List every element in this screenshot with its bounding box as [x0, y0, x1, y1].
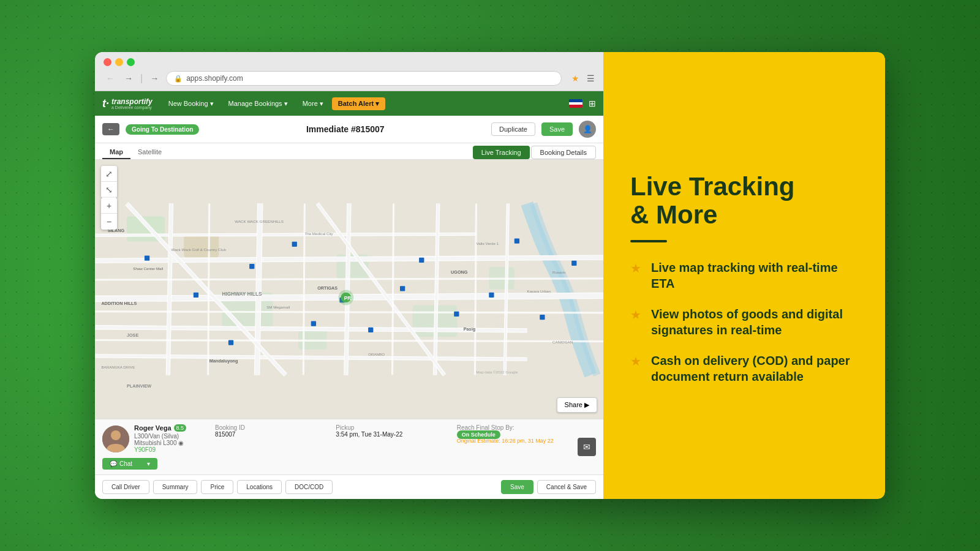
reload-button[interactable]: →: [148, 72, 161, 84]
logo-letter: t·: [102, 97, 109, 110]
user-avatar: 👤: [579, 121, 596, 138]
new-booking-btn[interactable]: New Booking ▾: [162, 97, 220, 110]
camera-icon[interactable]: ⊞: [589, 99, 596, 108]
panel-title: Live Tracking& More: [630, 173, 858, 229]
chat-chevron: ▾: [147, 460, 150, 467]
svg-text:HIGHWAY HILLS: HIGHWAY HILLS: [222, 291, 262, 297]
svg-text:Valle Verde 1: Valle Verde 1: [477, 241, 499, 246]
booking-id-value: 815007: [215, 431, 328, 438]
svg-rect-6: [184, 235, 219, 257]
forward-button[interactable]: →: [122, 72, 135, 84]
manage-bookings-btn[interactable]: Manage Bookings ▾: [222, 97, 294, 110]
info-panel: Live Tracking& More ★ Live map tracking …: [603, 52, 885, 499]
svg-rect-53: [514, 239, 519, 244]
zoom-in-btn[interactable]: +: [101, 198, 117, 214]
svg-text:ORANBO: ORANBO: [368, 352, 385, 356]
map-svg: PR SILANG Shaw Center Mall ADDITION HILL…: [95, 160, 603, 419]
traffic-light-yellow[interactable]: [115, 58, 123, 66]
back-btn[interactable]: ←: [102, 123, 119, 135]
destination-badge: Going To Destination: [126, 124, 199, 135]
live-tracking-tab[interactable]: Live Tracking: [473, 146, 530, 159]
satellite-tab[interactable]: Satellite: [130, 146, 169, 159]
booking-header: ← Going To Destination Immediate #815007…: [95, 116, 603, 143]
app-logo: t· transportify a Deliveree company: [102, 97, 153, 110]
driver-plate: Y90F09: [134, 446, 208, 453]
map-controls: ⤢ ⤡: [101, 166, 117, 198]
driver-rating: 8.5: [174, 424, 187, 432]
url-bar[interactable]: 🔒 apps.shopify.com: [166, 71, 562, 86]
svg-rect-47: [489, 293, 494, 298]
star-icon-2: ★: [630, 307, 641, 322]
doc-cod-btn[interactable]: DOC/COD: [285, 480, 333, 494]
driver-section: Roger Vega 8.5 L300/Van (Silva) Mitsubis…: [102, 424, 208, 470]
summary-btn[interactable]: Summary: [153, 480, 198, 494]
bookmark-icon[interactable]: ★: [571, 73, 579, 83]
browser-chrome: ← → | → 🔒 apps.shopify.com ★ ☰: [95, 52, 603, 91]
star-icon-3: ★: [630, 354, 641, 369]
svg-rect-40: [194, 293, 198, 298]
traffic-light-green[interactable]: [127, 58, 135, 66]
logo-subtitle: a Deliveree company: [111, 105, 153, 110]
zoom-out-btn[interactable]: −: [101, 214, 117, 230]
svg-text:SM Megamall: SM Megamall: [266, 305, 290, 309]
share-btn[interactable]: Share ▶: [557, 397, 597, 413]
booking-id-label: Booking ID: [215, 424, 328, 431]
zoom-controls: + −: [101, 198, 117, 230]
lock-icon: 🔒: [174, 75, 183, 83]
svg-rect-41: [249, 264, 254, 269]
pickup-label: Pickup: [336, 424, 449, 431]
svg-text:Shaw Center Mall: Shaw Center Mall: [133, 266, 163, 271]
svg-line-37: [393, 203, 394, 375]
estimate-text: Original Estimate: 16:26 pm, 31 May 22: [457, 438, 570, 444]
estimate-label: Original Estimate:: [457, 438, 500, 444]
message-icon-btn[interactable]: ✉: [578, 438, 596, 456]
svg-text:Rosario: Rosario: [552, 270, 566, 274]
svg-text:PLAINVIEW: PLAINVIEW: [127, 383, 151, 389]
booking-details-tab[interactable]: Booking Details: [531, 146, 596, 159]
driver-avatar: [102, 425, 129, 452]
svg-line-35: [208, 203, 209, 375]
locations-btn[interactable]: Locations: [237, 480, 282, 494]
back-button[interactable]: ←: [104, 72, 117, 84]
message-icon: ✉: [583, 442, 590, 452]
map-tabs: Map Satellite Live Tracking Booking Deta…: [95, 143, 603, 160]
more-btn[interactable]: More ▾: [296, 97, 330, 110]
svg-text:Wack Wack Golf & Country Club: Wack Wack Golf & Country Club: [172, 247, 227, 252]
svg-text:Kasara Urban: Kasara Urban: [527, 289, 551, 293]
expand2-icon[interactable]: ⤡: [101, 182, 117, 198]
svg-rect-46: [454, 312, 459, 317]
svg-line-38: [475, 203, 476, 375]
chat-btn[interactable]: 💬 Chat ▾: [102, 458, 157, 470]
save-btn[interactable]: Save: [501, 480, 533, 494]
svg-text:Mandaluyong: Mandaluyong: [209, 358, 238, 364]
duplicate-btn[interactable]: Duplicate: [491, 122, 535, 136]
svg-rect-44: [368, 328, 373, 332]
cancel-save-btn[interactable]: Cancel & Save: [537, 480, 596, 494]
call-driver-btn[interactable]: Call Driver: [102, 480, 149, 494]
svg-rect-39: [145, 256, 149, 261]
header-save-btn[interactable]: Save: [541, 122, 573, 136]
svg-text:PR: PR: [344, 295, 352, 301]
svg-text:ADDITION HILLS: ADDITION HILLS: [101, 301, 137, 306]
map-view-tabs: Live Tracking Booking Details: [473, 146, 596, 159]
menu-icon[interactable]: ☰: [587, 73, 595, 83]
driver-vehicle: L300/Van (Silva): [134, 433, 208, 440]
browser-panel: ← → | → 🔒 apps.shopify.com ★ ☰ t· t: [95, 52, 603, 499]
driver-bar: Roger Vega 8.5 L300/Van (Silva) Mitsubis…: [95, 419, 603, 474]
feature-text-3: Cash on delivery (COD) and paper documen…: [651, 353, 858, 384]
svg-text:Pasig: Pasig: [464, 326, 475, 332]
batch-alert-btn[interactable]: Batch Alert ▾: [332, 97, 385, 110]
url-text: apps.shopify.com: [186, 74, 243, 83]
chat-label: Chat: [119, 460, 132, 467]
chat-icon: 💬: [110, 460, 117, 467]
svg-text:CANIOGAN: CANIOGAN: [552, 340, 573, 344]
map-tab[interactable]: Map: [102, 146, 130, 159]
svg-rect-48: [400, 286, 405, 291]
traffic-light-red[interactable]: [104, 58, 111, 66]
svg-rect-42: [292, 242, 297, 247]
expand-icon[interactable]: ⤢: [101, 166, 117, 182]
feature-item-3: ★ Cash on delivery (COD) and paper docum…: [630, 353, 858, 384]
feature-text-1: Live map tracking with real-time ETA: [651, 260, 858, 291]
map-container: PR SILANG Shaw Center Mall ADDITION HILL…: [95, 160, 603, 419]
price-btn[interactable]: Price: [201, 480, 233, 494]
